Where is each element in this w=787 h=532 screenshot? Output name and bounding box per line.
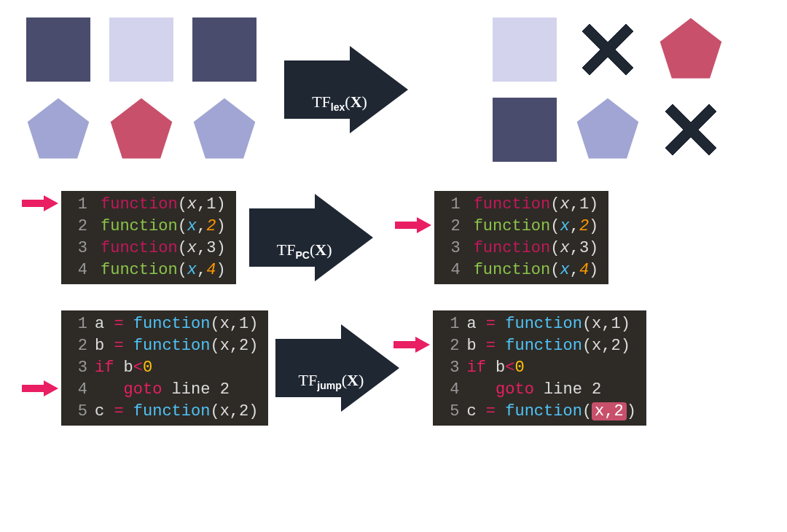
code-line: 4function(x,4)	[440, 259, 599, 281]
row-jump: 1a = function(x,1)2b = function(x,2)3if …	[22, 310, 765, 426]
row-pc: 1function(x,1)2function(x,2)3function(x,…	[22, 191, 765, 284]
code-line: 5c = function(x,2)	[439, 401, 635, 423]
arrow-pc: TFPC(X)	[249, 194, 380, 281]
code-line: 2b = function(x,2)	[67, 335, 258, 357]
pentagon-mid	[571, 95, 644, 165]
codebox-pc-left: 1function(x,1)2function(x,2)3function(x,…	[61, 191, 236, 284]
code-line: 2function(x,2)	[440, 216, 599, 238]
shapes-right	[488, 15, 727, 165]
codebox-jump-left: 1a = function(x,1)2b = function(x,2)3if …	[61, 310, 268, 426]
pentagon-red	[105, 95, 178, 165]
code-line: 4 goto line 2	[67, 379, 258, 401]
pentagon-mid	[22, 95, 95, 165]
arrow-jump: TFjump(X)	[275, 324, 407, 412]
code-line: 1a = function(x,1)	[67, 313, 258, 335]
codebox-pc-right: 1function(x,1)2function(x,2)3function(x,…	[434, 191, 609, 284]
code-line: 2function(x,2)	[67, 216, 226, 238]
arrow-pc-label: TFPC(X)	[277, 240, 332, 261]
code-line: 4 goto line 2	[439, 379, 635, 401]
pentagon-mid	[188, 95, 261, 165]
arrow-lex: TFlex(X)	[284, 46, 415, 133]
code-line: 5c = function(x,2)	[67, 401, 258, 423]
square-dark	[188, 15, 261, 85]
x-black	[654, 95, 727, 165]
square-light	[488, 15, 561, 85]
code-line: 3function(x,3)	[440, 238, 599, 259]
code-line: 3function(x,3)	[67, 238, 226, 259]
code-line: 3if b<0	[439, 357, 635, 379]
pointer-jump-right	[394, 337, 430, 353]
square-dark	[22, 15, 95, 85]
pointer-jump-left	[22, 380, 58, 396]
codebox-jump-right: 1a = function(x,1)2b = function(x,2)3if …	[433, 310, 646, 426]
square-light	[105, 15, 178, 85]
code-line: 4function(x,4)	[67, 259, 226, 281]
code-line: 2b = function(x,2)	[439, 335, 635, 357]
pointer-pc-right	[395, 217, 431, 233]
arrow-lex-label: TFlex(X)	[312, 93, 367, 113]
row-lex: TFlex(X)	[22, 15, 765, 165]
pointer-pc-left	[22, 195, 58, 211]
code-line: 3if b<0	[67, 357, 258, 379]
code-line: 1function(x,1)	[440, 194, 599, 216]
x-black	[571, 15, 644, 85]
code-line: 1a = function(x,1)	[439, 313, 635, 335]
square-dark	[488, 95, 561, 165]
arrow-jump-label: TFjump(X)	[299, 371, 364, 391]
pentagon-red	[654, 15, 727, 85]
code-line: 1function(x,1)	[67, 194, 226, 216]
shapes-left	[22, 15, 261, 165]
